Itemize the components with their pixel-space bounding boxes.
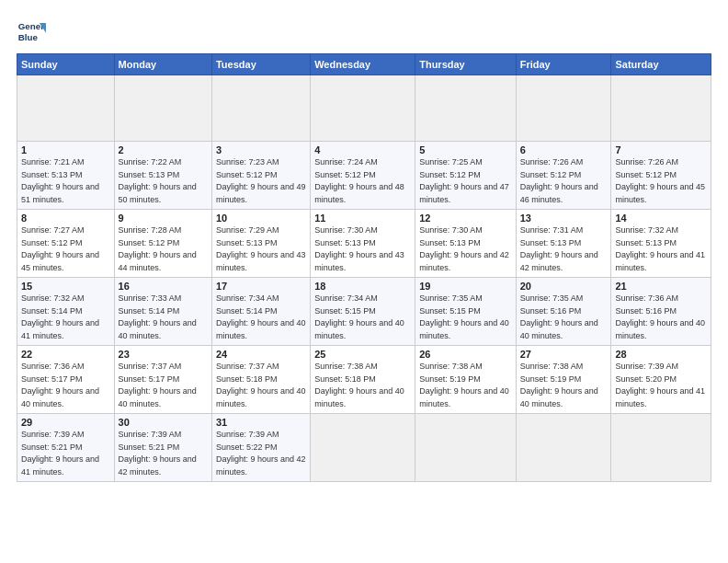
calendar-cell: 9Sunrise: 7:28 AMSunset: 5:12 PMDaylight… — [114, 210, 211, 278]
day-header-tuesday: Tuesday — [211, 54, 310, 75]
day-info: Sunrise: 7:34 AMSunset: 5:14 PMDaylight:… — [216, 293, 306, 342]
day-info: Sunrise: 7:26 AMSunset: 5:12 PMDaylight:… — [520, 156, 608, 206]
day-number: 28 — [615, 349, 707, 360]
day-number: 19 — [419, 281, 511, 292]
day-header-wednesday: Wednesday — [311, 54, 415, 75]
calendar-cell: 22Sunrise: 7:36 AMSunset: 5:17 PMDayligh… — [17, 346, 115, 414]
calendar-cell: 20Sunrise: 7:35 AMSunset: 5:16 PMDayligh… — [516, 278, 611, 346]
day-header-monday: Monday — [114, 54, 211, 75]
calendar-cell — [114, 75, 211, 142]
calendar-cell: 19Sunrise: 7:35 AMSunset: 5:15 PMDayligh… — [415, 278, 516, 346]
calendar-cell: 29Sunrise: 7:39 AMSunset: 5:21 PMDayligh… — [17, 414, 115, 482]
day-number: 3 — [216, 144, 306, 155]
day-info: Sunrise: 7:37 AMSunset: 5:18 PMDaylight:… — [216, 361, 306, 410]
day-info: Sunrise: 7:29 AMSunset: 5:13 PMDaylight:… — [216, 224, 306, 274]
calendar-cell: 30Sunrise: 7:39 AMSunset: 5:21 PMDayligh… — [114, 414, 211, 482]
day-number: 22 — [21, 349, 110, 360]
calendar-cell — [611, 414, 711, 482]
calendar-cell: 31Sunrise: 7:39 AMSunset: 5:22 PMDayligh… — [211, 414, 310, 482]
day-info: Sunrise: 7:35 AMSunset: 5:16 PMDaylight:… — [520, 293, 608, 342]
calendar-cell: 24Sunrise: 7:37 AMSunset: 5:18 PMDayligh… — [211, 346, 310, 414]
header: General Blue — [17, 17, 711, 46]
calendar-cell: 16Sunrise: 7:33 AMSunset: 5:14 PMDayligh… — [114, 278, 211, 346]
calendar-cell: 10Sunrise: 7:29 AMSunset: 5:13 PMDayligh… — [211, 210, 310, 278]
calendar-cell: 6Sunrise: 7:26 AMSunset: 5:12 PMDaylight… — [516, 142, 611, 210]
day-info: Sunrise: 7:39 AMSunset: 5:21 PMDaylight:… — [21, 429, 110, 478]
day-number: 8 — [21, 213, 110, 224]
day-info: Sunrise: 7:39 AMSunset: 5:20 PMDaylight:… — [615, 361, 707, 410]
calendar-week-row: 1Sunrise: 7:21 AMSunset: 5:13 PMDaylight… — [17, 142, 711, 210]
day-number: 25 — [314, 349, 411, 360]
day-info: Sunrise: 7:24 AMSunset: 5:12 PMDaylight:… — [314, 156, 411, 206]
calendar-cell: 25Sunrise: 7:38 AMSunset: 5:18 PMDayligh… — [311, 346, 415, 414]
calendar-cell: 14Sunrise: 7:32 AMSunset: 5:13 PMDayligh… — [611, 210, 711, 278]
calendar-cell — [211, 75, 310, 142]
calendar-cell: 2Sunrise: 7:22 AMSunset: 5:13 PMDaylight… — [114, 142, 211, 210]
day-number: 29 — [21, 417, 110, 428]
day-number: 12 — [419, 213, 511, 224]
calendar-cell: 17Sunrise: 7:34 AMSunset: 5:14 PMDayligh… — [211, 278, 310, 346]
day-info: Sunrise: 7:38 AMSunset: 5:19 PMDaylight:… — [419, 361, 511, 410]
svg-text:Blue: Blue — [18, 32, 39, 42]
calendar-cell: 13Sunrise: 7:31 AMSunset: 5:13 PMDayligh… — [516, 210, 611, 278]
logo-icon: General Blue — [17, 17, 46, 46]
day-info: Sunrise: 7:26 AMSunset: 5:12 PMDaylight:… — [615, 156, 707, 206]
day-info: Sunrise: 7:31 AMSunset: 5:13 PMDaylight:… — [520, 224, 608, 274]
day-number: 9 — [119, 213, 208, 224]
day-number: 10 — [216, 213, 306, 224]
day-info: Sunrise: 7:22 AMSunset: 5:13 PMDaylight:… — [119, 156, 208, 206]
page: General Blue SundayMondayTuesdayWednesda… — [0, 0, 728, 563]
calendar-cell: 1Sunrise: 7:21 AMSunset: 5:13 PMDaylight… — [17, 142, 115, 210]
day-number: 23 — [119, 349, 208, 360]
day-number: 13 — [520, 213, 608, 224]
calendar-cell — [516, 75, 611, 142]
day-number: 18 — [314, 281, 411, 292]
day-info: Sunrise: 7:27 AMSunset: 5:12 PMDaylight:… — [21, 224, 110, 274]
calendar-cell: 26Sunrise: 7:38 AMSunset: 5:19 PMDayligh… — [415, 346, 516, 414]
calendar-cell — [516, 414, 611, 482]
day-number: 7 — [615, 144, 707, 155]
day-number: 4 — [314, 144, 411, 155]
calendar-cell: 3Sunrise: 7:23 AMSunset: 5:12 PMDaylight… — [211, 142, 310, 210]
day-header-sunday: Sunday — [17, 54, 115, 75]
day-info: Sunrise: 7:32 AMSunset: 5:14 PMDaylight:… — [21, 293, 110, 342]
day-info: Sunrise: 7:28 AMSunset: 5:12 PMDaylight:… — [119, 224, 208, 274]
day-number: 14 — [615, 213, 707, 224]
calendar-cell — [611, 75, 711, 142]
calendar-cell: 18Sunrise: 7:34 AMSunset: 5:15 PMDayligh… — [311, 278, 415, 346]
day-header-friday: Friday — [516, 54, 611, 75]
day-number: 16 — [119, 281, 208, 292]
day-header-thursday: Thursday — [415, 54, 516, 75]
calendar-week-row: 15Sunrise: 7:32 AMSunset: 5:14 PMDayligh… — [17, 278, 711, 346]
calendar-cell: 27Sunrise: 7:38 AMSunset: 5:19 PMDayligh… — [516, 346, 611, 414]
day-number: 1 — [21, 144, 110, 155]
logo: General Blue — [17, 17, 46, 46]
calendar-cell: 4Sunrise: 7:24 AMSunset: 5:12 PMDaylight… — [311, 142, 415, 210]
calendar-cell — [415, 414, 516, 482]
day-info: Sunrise: 7:34 AMSunset: 5:15 PMDaylight:… — [314, 293, 411, 342]
calendar-cell: 8Sunrise: 7:27 AMSunset: 5:12 PMDaylight… — [17, 210, 115, 278]
day-number: 5 — [419, 144, 511, 155]
calendar-cell: 28Sunrise: 7:39 AMSunset: 5:20 PMDayligh… — [611, 346, 711, 414]
day-info: Sunrise: 7:30 AMSunset: 5:13 PMDaylight:… — [314, 224, 411, 274]
calendar-week-row: 22Sunrise: 7:36 AMSunset: 5:17 PMDayligh… — [17, 346, 711, 414]
day-number: 15 — [21, 281, 110, 292]
calendar-header-row: SundayMondayTuesdayWednesdayThursdayFrid… — [17, 54, 711, 75]
day-info: Sunrise: 7:23 AMSunset: 5:12 PMDaylight:… — [216, 156, 306, 206]
day-number: 20 — [520, 281, 608, 292]
calendar-cell: 7Sunrise: 7:26 AMSunset: 5:12 PMDaylight… — [611, 142, 711, 210]
day-info: Sunrise: 7:36 AMSunset: 5:16 PMDaylight:… — [615, 293, 707, 342]
day-info: Sunrise: 7:30 AMSunset: 5:13 PMDaylight:… — [419, 224, 511, 274]
day-number: 30 — [119, 417, 208, 428]
day-info: Sunrise: 7:25 AMSunset: 5:12 PMDaylight:… — [419, 156, 511, 206]
day-header-saturday: Saturday — [611, 54, 711, 75]
calendar-cell: 21Sunrise: 7:36 AMSunset: 5:16 PMDayligh… — [611, 278, 711, 346]
calendar-cell: 5Sunrise: 7:25 AMSunset: 5:12 PMDaylight… — [415, 142, 516, 210]
day-info: Sunrise: 7:36 AMSunset: 5:17 PMDaylight:… — [21, 361, 110, 410]
day-info: Sunrise: 7:35 AMSunset: 5:15 PMDaylight:… — [419, 293, 511, 342]
day-info: Sunrise: 7:38 AMSunset: 5:18 PMDaylight:… — [314, 361, 411, 410]
day-info: Sunrise: 7:39 AMSunset: 5:22 PMDaylight:… — [216, 429, 306, 478]
day-info: Sunrise: 7:37 AMSunset: 5:17 PMDaylight:… — [119, 361, 208, 410]
day-number: 17 — [216, 281, 306, 292]
day-info: Sunrise: 7:21 AMSunset: 5:13 PMDaylight:… — [21, 156, 110, 206]
